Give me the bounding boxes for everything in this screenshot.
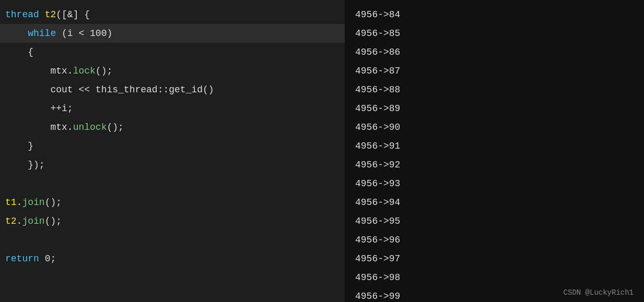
code-line-3: { [0, 43, 345, 62]
code-token: unlock [73, 118, 107, 137]
output-line-10: 4956->93 [345, 174, 644, 193]
output-line-5: 4956->88 [345, 80, 644, 99]
code-token: mtx. [5, 62, 73, 80]
main-container: thread t2([&] { while (i < 100) { mtx.lo… [0, 0, 644, 302]
code-line-9: }); [0, 155, 345, 174]
code-line-8: } [0, 137, 345, 155]
output-line-13: 4956->96 [345, 231, 644, 249]
output-line-6: 4956->89 [345, 99, 644, 118]
code-token: (); [107, 118, 123, 137]
code-token: . [17, 212, 22, 231]
code-token: (i < 100) [62, 24, 112, 43]
output-line-2: 4956->85 [345, 24, 644, 43]
code-line-7: mtx.unlock(); [0, 118, 345, 137]
code-token: thread [5, 5, 45, 24]
code-token: return [5, 249, 45, 268]
code-token: (); [45, 212, 62, 231]
code-token: }); [5, 155, 45, 174]
code-token: { [5, 43, 33, 62]
code-line-2-highlighted: while (i < 100) [0, 24, 345, 43]
output-line-15: 4956->98 [345, 268, 644, 287]
code-token: } [5, 137, 33, 155]
code-token: t1 [5, 193, 17, 212]
code-line-13 [0, 231, 345, 249]
code-token: mtx. [5, 118, 73, 137]
output-line-12: 4956->95 [345, 212, 644, 231]
output-line-1: 4956->84 [345, 5, 644, 24]
output-line-9: 4956->92 [345, 155, 644, 174]
code-panel: thread t2([&] { while (i < 100) { mtx.lo… [0, 0, 345, 302]
output-panel: 4956->84 4956->85 4956->86 4956->87 4956… [345, 0, 644, 302]
output-line-4: 4956->87 [345, 62, 644, 80]
code-line-14: return 0; [0, 249, 345, 268]
code-token: (); [96, 62, 112, 80]
code-token [5, 174, 11, 193]
output-line-14: 4956->97 [345, 249, 644, 268]
code-token: 0; [45, 249, 56, 268]
code-token: lock [73, 62, 96, 80]
code-token: join [22, 212, 44, 231]
code-line-6: ++i; [0, 99, 345, 118]
code-token [5, 231, 11, 249]
code-token: . [17, 193, 22, 212]
code-token: ++i; [5, 99, 73, 118]
code-token: (); [45, 193, 62, 212]
code-token: t2 [45, 5, 56, 24]
output-line-8: 4956->91 [345, 137, 644, 155]
code-line-5: cout << this_thread::get_id() [0, 80, 345, 99]
code-token: ([&] { [56, 5, 90, 24]
code-line-12: t2.join(); [0, 212, 345, 231]
output-line-3: 4956->86 [345, 43, 644, 62]
code-line-10 [0, 174, 345, 193]
output-line-7: 4956->90 [345, 118, 644, 137]
watermark: CSDN @LuckyRich1 [564, 288, 634, 297]
code-line-1: thread t2([&] { [0, 5, 345, 24]
code-line-4: mtx.lock(); [0, 62, 345, 80]
code-token: while [5, 24, 62, 43]
code-token: join [22, 193, 44, 212]
code-token: t2 [5, 212, 17, 231]
output-line-11: 4956->94 [345, 193, 644, 212]
code-line-11: t1.join(); [0, 193, 345, 212]
code-token: cout << this_thread::get_id() [5, 80, 214, 99]
